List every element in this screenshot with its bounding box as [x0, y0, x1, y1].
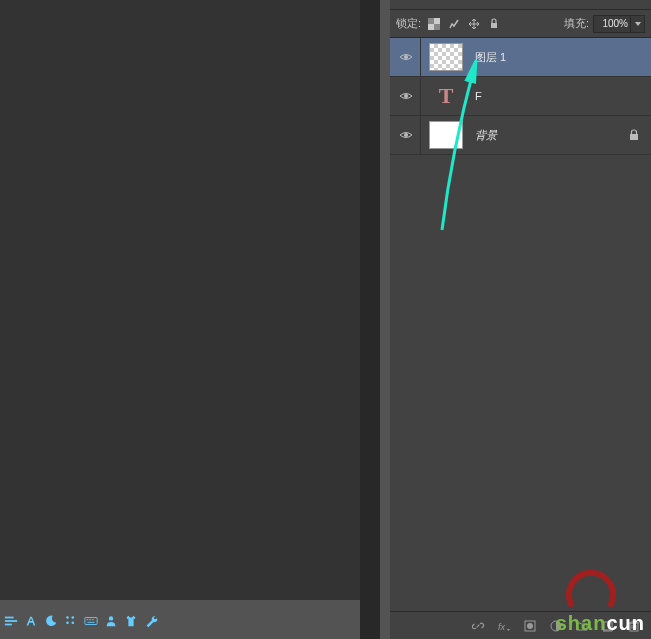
lock-icons	[425, 15, 503, 33]
moon-icon[interactable]	[42, 612, 60, 630]
svg-rect-7	[85, 617, 97, 624]
visibility-toggle[interactable]	[392, 130, 420, 140]
visibility-toggle[interactable]	[392, 52, 420, 62]
delete-layer-icon[interactable]	[623, 615, 645, 637]
layer-lock-icon	[629, 129, 639, 141]
lock-brush-icon[interactable]	[445, 15, 463, 33]
svg-rect-9	[89, 619, 91, 620]
lock-all-icon[interactable]	[485, 15, 503, 33]
layer-thumbnail[interactable]: T	[421, 82, 471, 110]
svg-point-18	[404, 55, 408, 59]
link-layers-icon[interactable]	[467, 615, 489, 637]
keyboard-icon[interactable]	[82, 612, 100, 630]
svg-rect-16	[428, 24, 434, 30]
panel-footer: fx	[390, 611, 651, 639]
layer-row[interactable]: 背景	[390, 116, 651, 155]
lock-label: 锁定:	[396, 16, 421, 31]
fill-value[interactable]: 100%	[593, 15, 631, 33]
svg-point-12	[109, 616, 113, 620]
svg-rect-21	[630, 134, 638, 140]
layer-thumbnail[interactable]	[421, 43, 471, 71]
svg-point-24	[527, 623, 533, 629]
svg-rect-11	[88, 621, 95, 622]
svg-rect-17	[491, 23, 497, 28]
person-icon[interactable]	[102, 612, 120, 630]
svg-rect-1	[5, 620, 17, 622]
mask-icon[interactable]	[519, 615, 541, 637]
svg-rect-13	[428, 18, 434, 24]
svg-point-6	[71, 621, 74, 624]
align-icon[interactable]	[2, 612, 20, 630]
lock-transparent-icon[interactable]	[425, 15, 443, 33]
lock-row: 锁定: 填充: 100%	[390, 10, 651, 38]
adjustment-icon[interactable]	[545, 615, 567, 637]
layer-row[interactable]: 图层 1	[390, 38, 651, 77]
svg-point-3	[66, 616, 69, 619]
svg-rect-8	[87, 619, 89, 620]
svg-rect-2	[5, 623, 12, 625]
svg-rect-0	[5, 616, 14, 618]
svg-rect-26	[604, 622, 612, 630]
wrench-icon[interactable]	[142, 612, 160, 630]
fx-icon[interactable]: fx	[493, 615, 515, 637]
canvas-area[interactable]	[0, 0, 360, 600]
layers-list: 图层 1TF背景	[390, 38, 651, 611]
svg-rect-15	[434, 18, 440, 24]
layers-panel: 锁定: 填充: 100% 图层 1TF背景 fx	[390, 0, 651, 639]
svg-rect-10	[92, 619, 94, 620]
visibility-toggle[interactable]	[392, 91, 420, 101]
layer-name[interactable]: 图层 1	[475, 50, 506, 65]
svg-rect-14	[434, 24, 440, 30]
svg-text:fx: fx	[498, 622, 506, 632]
svg-point-20	[404, 133, 408, 137]
layer-name[interactable]: F	[475, 90, 482, 102]
layer-thumbnail[interactable]	[421, 121, 471, 149]
options-bar	[0, 610, 360, 631]
group-icon[interactable]	[571, 615, 593, 637]
svg-point-5	[66, 621, 69, 624]
svg-point-4	[71, 616, 74, 619]
new-layer-icon[interactable]	[597, 615, 619, 637]
fill-label: 填充:	[564, 16, 589, 31]
lock-move-icon[interactable]	[465, 15, 483, 33]
type-icon[interactable]	[22, 612, 40, 630]
svg-point-19	[404, 94, 408, 98]
gap-strip	[360, 0, 390, 639]
layer-name[interactable]: 背景	[475, 128, 497, 143]
layer-row[interactable]: TF	[390, 77, 651, 116]
dots-icon[interactable]	[62, 612, 80, 630]
panel-header	[390, 0, 651, 10]
fill-dropdown[interactable]	[631, 15, 645, 33]
shirt-icon[interactable]	[122, 612, 140, 630]
